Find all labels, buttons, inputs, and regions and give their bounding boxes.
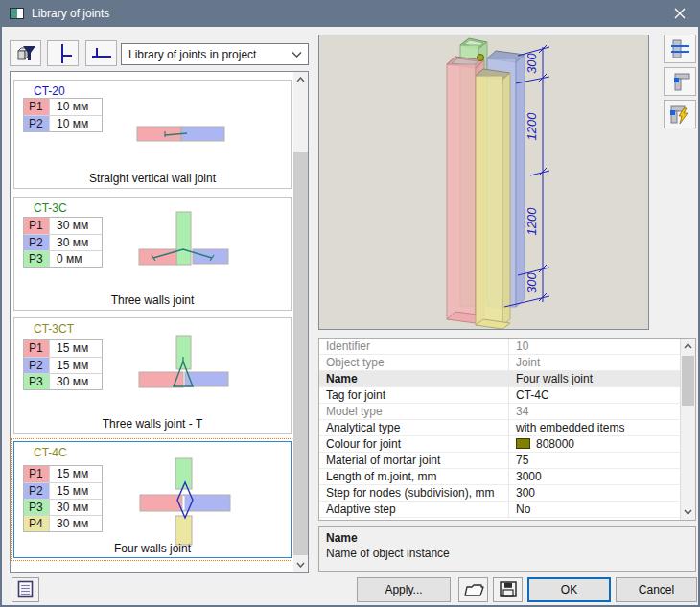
cancel-button[interactable]: Cancel — [616, 577, 697, 602]
dim-label: 1200 — [525, 112, 539, 141]
dim-label: 300 — [525, 271, 539, 292]
window-icon — [10, 8, 24, 19]
property-row[interactable]: Tag for jointCT-4C — [319, 387, 695, 404]
scroll-down-icon[interactable] — [681, 504, 695, 520]
property-row[interactable]: Identifier10 — [319, 339, 695, 355]
joint-node-marker — [478, 55, 484, 61]
three-walls-diagram — [134, 209, 235, 276]
param-value: 30 мм — [50, 516, 102, 531]
joint-tag: CT-3C — [34, 201, 67, 215]
param-value: 15 мм — [50, 358, 102, 373]
param-name: P1 — [24, 99, 50, 115]
scroll-down-icon[interactable] — [293, 557, 308, 572]
param-table: P115 мм P215 мм P330 мм P430 мм — [23, 465, 103, 532]
scroll-thumb[interactable] — [682, 356, 694, 406]
param-name: P2 — [24, 235, 50, 250]
joint-list: CT-20 P110 мм P210 мм Straight vertical … — [10, 71, 309, 573]
joint-caption: Three walls joint - T — [14, 417, 291, 431]
ok-button[interactable]: OK — [527, 577, 611, 602]
description-title: Name — [326, 531, 358, 545]
param-table: P130 мм P230 мм P30 мм — [23, 217, 103, 268]
dimension-labels: 300 1200 1200 300 — [525, 52, 539, 292]
vertical-joint-button[interactable] — [47, 40, 79, 66]
param-name: P1 — [24, 218, 50, 234]
wall-joint-lines-button[interactable] — [664, 35, 696, 63]
param-value: 10 мм — [50, 99, 102, 115]
window-title: Library of joints — [32, 7, 109, 20]
list-item-ct20[interactable]: CT-20 P110 мм P210 мм Straight vertical … — [13, 80, 292, 189]
horizontal-joint-icon — [90, 42, 113, 65]
chevron-down-icon — [292, 51, 302, 58]
filter-button[interactable] — [10, 40, 41, 66]
list-item-ct4c[interactable]: CT-4C P115 мм P215 мм P330 мм P430 мм Fo… — [13, 441, 292, 558]
property-row[interactable]: Step for nodes (subdivision), mm300 — [319, 485, 695, 502]
horizontal-joint-button[interactable] — [85, 40, 117, 66]
save-library-button[interactable] — [493, 577, 523, 602]
property-row[interactable]: Adaptive stepNo — [319, 502, 695, 518]
scroll-thumb[interactable] — [293, 152, 308, 555]
property-description: Name Name of object instance — [318, 526, 696, 572]
grid-scrollbar[interactable] — [680, 339, 695, 520]
corner-joint-button[interactable] — [664, 67, 696, 96]
property-row-name[interactable]: NameFour walls joint — [319, 371, 695, 387]
list-item-ct3c[interactable]: CT-3C P130 мм P230 мм P30 мм Three walls… — [13, 197, 292, 311]
property-grid: Identifier10 Object typeJoint NameFour w… — [318, 338, 696, 521]
scroll-up-icon[interactable] — [293, 72, 308, 87]
corner-joint-update-button[interactable] — [664, 100, 696, 128]
corner-joint-icon — [668, 70, 691, 93]
param-name: P2 — [24, 483, 50, 499]
param-value: 30 мм — [50, 235, 102, 250]
description-text: Name of object instance — [326, 547, 450, 560]
dropdown-value: Library of joints in project — [128, 48, 256, 61]
four-walls-diagram — [134, 454, 235, 547]
joint-tag: CT-20 — [34, 84, 65, 98]
param-value: 15 мм — [50, 483, 102, 499]
param-value: 15 мм — [50, 466, 102, 482]
param-name: P3 — [24, 251, 50, 267]
property-row[interactable]: Analytical typewith embedded items — [319, 420, 695, 436]
param-table: P110 мм P210 мм — [23, 98, 103, 132]
joint-tag: CT-4C — [34, 446, 67, 459]
library-of-joints-dialog: Library of joints Library of joints in p… — [0, 0, 700, 607]
joint-caption: Straight vertical wall joint — [14, 172, 291, 185]
dim-label: 300 — [525, 52, 539, 73]
param-name: P4 — [24, 516, 50, 531]
open-library-button[interactable] — [458, 577, 488, 602]
corner-joint-lightning-icon — [667, 103, 692, 126]
property-row[interactable]: Model type34 — [319, 404, 695, 420]
three-walls-t-diagram — [134, 330, 235, 391]
param-value: 30 мм — [50, 500, 102, 515]
param-value: 0 мм — [50, 251, 102, 267]
scroll-up-icon[interactable] — [681, 339, 695, 354]
joint-caption: Four walls joint — [14, 542, 291, 555]
property-row[interactable]: Material of mortar joint75 — [319, 453, 695, 469]
joint-3d-preview[interactable]: 300 1200 1200 300 — [318, 35, 649, 330]
library-source-dropdown[interactable]: Library of joints in project — [121, 43, 309, 65]
param-value: 30 мм — [50, 218, 102, 234]
param-name: P3 — [24, 374, 50, 389]
list-scrollbar[interactable] — [293, 72, 308, 572]
list-icon — [14, 578, 37, 601]
param-name: P2 — [24, 116, 50, 131]
apply-button[interactable]: Apply... — [357, 577, 451, 602]
property-row[interactable]: Object typeJoint — [319, 355, 695, 371]
close-icon[interactable] — [660, 0, 700, 27]
param-name: P1 — [24, 466, 50, 482]
wall-joint-lines-icon — [668, 37, 691, 60]
dim-label: 1200 — [525, 207, 539, 236]
property-row[interactable]: Length of m.joint, mm3000 — [319, 469, 695, 485]
joint-caption: Three walls joint — [14, 293, 291, 307]
list-view-button[interactable] — [12, 577, 39, 602]
list-item-ct3ct[interactable]: CT-3CT P115 мм P215 мм P330 мм Three wal… — [13, 317, 292, 434]
param-value: 15 мм — [50, 340, 102, 357]
param-name: P3 — [24, 500, 50, 515]
joint-3d-model: 300 1200 1200 300 — [319, 35, 648, 329]
straight-joint-diagram — [133, 119, 233, 148]
property-row-colour[interactable]: Colour for joint808000 — [319, 436, 695, 453]
colour-swatch — [516, 438, 530, 449]
param-value: 30 мм — [50, 374, 102, 389]
param-name: P2 — [24, 358, 50, 373]
vertical-joint-icon — [52, 42, 75, 65]
param-name: P1 — [24, 340, 50, 357]
param-value: 10 мм — [50, 116, 102, 131]
